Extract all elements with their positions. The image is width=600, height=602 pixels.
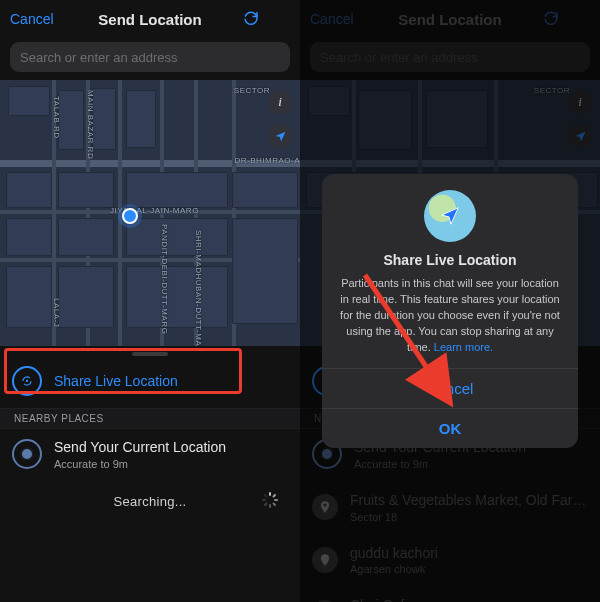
nearby-places-header: NEARBY PLACES xyxy=(0,408,300,429)
phone-left: Cancel Send Location Search or enter an … xyxy=(0,0,300,602)
accuracy-label: Accurate to 9m xyxy=(54,458,288,470)
map-label-sector: SECTOR xyxy=(234,86,270,95)
learn-more-link[interactable]: Learn more. xyxy=(434,341,493,353)
alert-cancel-button[interactable]: Cancel xyxy=(322,368,578,408)
refresh-icon xyxy=(242,9,260,27)
location-arrow-icon xyxy=(439,205,461,227)
share-live-label: Share Live Location xyxy=(54,373,288,390)
alert-ok-button[interactable]: OK xyxy=(322,408,578,448)
broadcast-icon xyxy=(12,366,42,396)
screenshot-stage: { "header": { "cancel": "Cancel", "title… xyxy=(0,0,600,602)
refresh-button[interactable] xyxy=(242,9,290,30)
spinner-icon xyxy=(262,492,278,508)
map-label-mainbazar: MAIN BAZAR RD xyxy=(86,90,95,159)
page-title: Send Location xyxy=(58,11,242,28)
map-label-drbhimrao: DR-BHIMRAO-A xyxy=(234,156,300,165)
send-current-label: Send Your Current Location xyxy=(54,439,288,456)
alert-body: Participants in this chat will see your … xyxy=(336,276,564,356)
location-arrow-icon xyxy=(274,130,287,143)
svg-point-0 xyxy=(26,380,28,382)
map-label-talabrd: TALAB RD xyxy=(52,96,61,139)
alert-title: Share Live Location xyxy=(336,252,564,268)
searching-row: Searching... xyxy=(0,482,300,515)
map-label-shrimad: SHRI-MADHUBAN-DUTT-MARG xyxy=(194,230,203,346)
send-current-location-row[interactable]: Send Your Current Location Accurate to 9… xyxy=(0,429,300,482)
search-input[interactable]: Search or enter an address xyxy=(10,42,290,72)
map[interactable]: SECTOR DR-BHIMRAO-A MAIN BAZAR RD TALAB … xyxy=(0,80,300,346)
map-locate-button[interactable] xyxy=(268,124,292,148)
map-info-button[interactable]: i xyxy=(268,90,292,114)
search-placeholder: Search or enter an address xyxy=(20,50,178,65)
phone-right: Cancel Send Location Search or enter an … xyxy=(300,0,600,602)
cancel-button[interactable]: Cancel xyxy=(10,11,58,27)
share-live-location-row[interactable]: Share Live Location xyxy=(0,356,300,408)
alert-badge xyxy=(424,190,476,242)
map-label-lala: LALA-J xyxy=(52,298,61,327)
target-icon xyxy=(12,439,42,469)
user-location-pin xyxy=(122,208,138,224)
map-label-pandit: PANDIT-DEBI-DUTT-MARG xyxy=(160,224,169,334)
header: Cancel Send Location xyxy=(0,0,300,38)
share-live-alert: Share Live Location Participants in this… xyxy=(322,174,578,448)
